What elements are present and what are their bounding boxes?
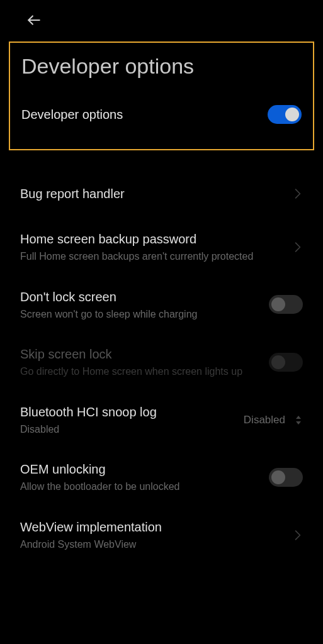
- updown-icon: [294, 414, 303, 426]
- back-arrow-icon: [26, 12, 42, 28]
- setting-subtitle: Allow the bootloader to be unlocked: [20, 480, 259, 494]
- oem-unlocking-toggle[interactable]: [269, 468, 303, 487]
- skip-screen-lock-toggle: [269, 353, 303, 372]
- back-button[interactable]: [25, 11, 43, 29]
- svg-marker-1: [296, 416, 301, 419]
- setting-title: OEM unlocking: [20, 461, 259, 477]
- toggle-thumb: [271, 355, 285, 369]
- dont-lock-screen-toggle[interactable]: [269, 295, 303, 314]
- chevron-right-icon: [293, 530, 303, 540]
- toggle-thumb: [285, 108, 299, 121]
- toggle-thumb: [271, 470, 285, 484]
- setting-title: Bug report handler: [20, 186, 283, 202]
- highlighted-section: Developer options Developer options: [9, 42, 314, 150]
- setting-subtitle: Disabled: [20, 423, 234, 436]
- setting-title: Bluetooth HCI snoop log: [20, 404, 234, 420]
- master-toggle-label: Developer options: [21, 108, 123, 122]
- developer-options-toggle[interactable]: [268, 105, 302, 124]
- setting-title: WebView implementation: [20, 519, 283, 535]
- master-toggle-row[interactable]: Developer options: [21, 105, 302, 124]
- svg-marker-2: [296, 421, 301, 425]
- chevron-right-icon: [293, 189, 303, 199]
- settings-list: Bug report handler Home screen backup pa…: [0, 150, 323, 564]
- setting-subtitle: Android System WebView: [20, 538, 283, 552]
- setting-dont-lock-screen[interactable]: Don't lock screen Screen won't go to sle…: [0, 276, 323, 334]
- setting-subtitle: Screen won't go to sleep while charging: [20, 308, 259, 321]
- setting-webview-implementation[interactable]: WebView implementation Android System We…: [0, 506, 323, 564]
- setting-bug-report-handler[interactable]: Bug report handler: [0, 169, 323, 218]
- setting-skip-screen-lock: Skip screen lock Go directly to Home scr…: [0, 333, 323, 391]
- setting-title: Skip screen lock: [20, 346, 259, 362]
- setting-bluetooth-hci-snoop-log[interactable]: Bluetooth HCI snoop log Disabled Disable…: [0, 391, 323, 449]
- setting-home-screen-backup-password[interactable]: Home screen backup password Full Home sc…: [0, 218, 323, 276]
- setting-title: Don't lock screen: [20, 289, 259, 305]
- page-title: Developer options: [21, 54, 302, 79]
- setting-subtitle: Go directly to Home screen when screen l…: [20, 365, 259, 379]
- toggle-thumb: [271, 297, 285, 311]
- setting-oem-unlocking[interactable]: OEM unlocking Allow the bootloader to be…: [0, 448, 323, 506]
- setting-title: Home screen backup password: [20, 231, 283, 247]
- setting-subtitle: Full Home screen backups aren't currentl…: [20, 250, 283, 264]
- chevron-right-icon: [293, 242, 303, 252]
- dropdown-value: Disabled: [244, 414, 285, 426]
